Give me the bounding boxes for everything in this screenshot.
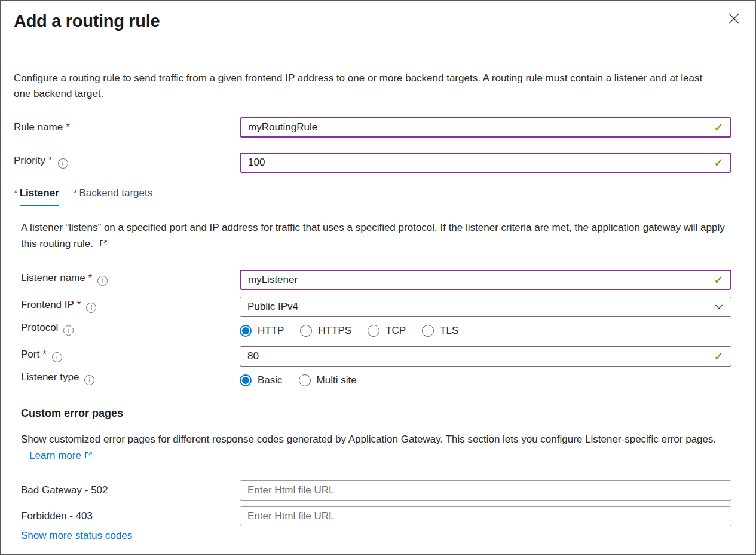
rule-name-input[interactable] [240,117,731,138]
info-icon[interactable]: i [52,352,62,362]
bad-gateway-label: Bad Gateway - 502 [1,484,240,501]
close-icon [727,12,740,25]
priority-input[interactable] [240,153,731,173]
info-icon[interactable]: i [58,158,68,169]
radio-icon [299,374,311,386]
bad-gateway-row: Bad Gateway - 502 [1,480,755,501]
listener-type-row: Listener typei Basic Multi site [1,371,755,389]
learn-more-link[interactable]: Learn more [29,450,93,461]
frontend-ip-field: Public IPv4 [240,297,731,317]
tab-listener[interactable]: * Listener [14,187,59,206]
listener-name-input[interactable] [240,270,731,290]
radio-option-http[interactable]: HTTP [240,325,284,337]
priority-label: Priority*i [1,155,240,173]
radio-icon [240,325,252,337]
radio-icon [300,325,312,337]
required-marker: * [74,187,78,200]
chevron-down-icon [714,302,724,312]
show-more-status-codes-link[interactable]: Show more status codes [21,530,132,542]
protocol-field: HTTP HTTPS TCP TLS [240,322,731,340]
external-link-icon [84,451,93,459]
add-routing-rule-dialog: Add a routing rule Configure a routing r… [0,0,756,555]
dialog-description: Configure a routing rule to send traffic… [14,71,713,102]
tab-backend-targets[interactable]: * Backend targets [74,187,152,206]
listener-name-field: ✓ [240,270,731,290]
info-icon[interactable]: i [97,276,108,286]
frontend-ip-select[interactable]: Public IPv4 [240,297,731,317]
port-row: Port*i ✓ [1,346,755,367]
bad-gateway-field [240,480,731,501]
port-field: ✓ [240,346,731,367]
required-marker: * [48,155,53,166]
close-button[interactable] [726,11,742,26]
tab-label: Backend targets [79,187,152,205]
required-marker: * [14,187,18,200]
radio-option-tls[interactable]: TLS [422,325,458,337]
frontend-ip-selected-value: Public IPv4 [247,301,298,313]
bad-gateway-url-input[interactable] [240,480,731,501]
required-marker: * [66,121,70,133]
listener-type-field: Basic Multi site [240,371,731,389]
info-icon[interactable]: i [86,303,96,313]
radio-icon [368,325,379,337]
protocol-label: Protocoli [1,322,240,340]
frontend-ip-row: Frontend IP*i Public IPv4 [1,297,755,317]
protocol-row: Protocoli HTTP HTTPS TCP TLS [1,322,755,340]
required-marker: * [77,299,81,310]
forbidden-field [240,506,731,526]
listener-type-label: Listener typei [1,371,240,389]
forbidden-label: Forbidden - 403 [1,510,240,526]
page-title: Add a routing rule [14,10,755,32]
rule-name-row: Rule name* ✓ [1,117,755,138]
rule-name-field: ✓ [240,117,731,138]
priority-row: Priority*i ✓ [1,153,755,173]
listener-name-row: Listener name*i ✓ [1,270,755,290]
forbidden-row: Forbidden - 403 [1,506,755,526]
protocol-radio-group: HTTP HTTPS TCP TLS [240,322,731,340]
required-marker: * [88,272,93,283]
radio-option-https[interactable]: HTTPS [300,325,351,337]
listener-description: A listener “listens” on a specified port… [21,219,731,252]
port-label: Port*i [1,349,240,367]
listener-name-label: Listener name*i [1,272,240,290]
required-marker: * [42,349,47,360]
forbidden-url-input[interactable] [240,506,731,526]
custom-error-pages-description: Show customized error pages for differen… [21,431,731,463]
custom-error-pages-heading: Custom error pages [21,407,755,420]
radio-option-basic[interactable]: Basic [240,374,283,386]
external-link-icon [99,239,108,248]
radio-option-multi-site[interactable]: Multi site [299,374,357,386]
port-input[interactable] [240,346,731,367]
listener-type-radio-group: Basic Multi site [240,371,731,389]
rule-name-label: Rule name* [1,121,240,138]
tab-bar: * Listener * Backend targets [14,187,755,206]
radio-icon [422,325,434,337]
priority-field: ✓ [240,153,731,173]
frontend-ip-label: Frontend IP*i [1,299,240,317]
radio-icon [240,374,252,386]
tab-label: Listener [20,187,59,206]
info-icon[interactable]: i [84,375,94,385]
info-icon[interactable]: i [63,325,74,336]
radio-option-tcp[interactable]: TCP [368,325,406,337]
